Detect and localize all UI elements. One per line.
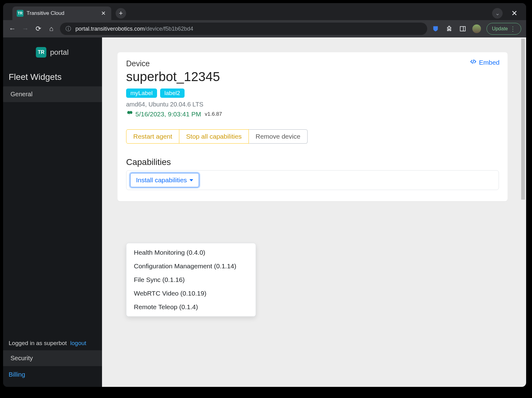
update-label: Update (492, 26, 508, 32)
url-host: portal.transitiverobotics.com (75, 26, 145, 32)
brand-name: portal (50, 48, 69, 57)
scrollbar[interactable] (521, 38, 526, 386)
dropdown-item[interactable]: Configuration Management (0.1.14) (126, 259, 256, 273)
embed-link[interactable]: Embed (470, 58, 500, 66)
reload-button[interactable]: ⟳ (34, 24, 43, 33)
embed-icon (470, 58, 476, 66)
tab-favicon: TR (17, 10, 23, 17)
device-version: v1.6.87 (205, 111, 222, 117)
install-capabilities-button[interactable]: Install capabilities (130, 173, 199, 187)
browser-window: TR Transitive Cloud ✕ + ⌄ ✕ ← → ⟳ ⌂ ⓘ po… (3, 3, 526, 387)
brand-logo-icon: TR (36, 47, 46, 58)
address-bar[interactable]: ⓘ portal.transitiverobotics.com/device/f… (60, 23, 427, 35)
new-tab-button[interactable]: + (116, 8, 126, 19)
sidebar-item-general[interactable]: General (3, 86, 102, 102)
heartbeat-time: 5/16/2023, 9:03:41 PM (135, 110, 201, 118)
device-tag[interactable]: label2 (160, 89, 185, 98)
device-card: Embed Device superbot_12345 myLabel labe… (117, 52, 508, 201)
device-system-info: amd64, Ubuntu 20.04.6 LTS (126, 101, 499, 108)
tab-search-icon[interactable]: ⌄ (492, 8, 503, 19)
forward-button: → (21, 24, 30, 33)
panel-icon[interactable] (459, 25, 467, 33)
content-area: Embed Device superbot_12345 myLabel labe… (102, 37, 526, 387)
caret-down-icon (189, 179, 193, 181)
device-name: superbot_12345 (126, 69, 499, 84)
update-button[interactable]: Update ⋮ (487, 23, 521, 35)
browser-tab[interactable]: TR Transitive Cloud ✕ (12, 6, 111, 20)
dropdown-item[interactable]: Remote Teleop (0.1.4) (126, 300, 256, 314)
restart-agent-button[interactable]: Restart agent (126, 129, 179, 144)
device-tag[interactable]: myLabel (126, 89, 157, 98)
bitwarden-icon[interactable] (432, 25, 440, 33)
login-prefix: Logged in as (9, 340, 44, 346)
sidebar-section-title: Fleet Widgets (3, 60, 102, 86)
browser-toolbar: ← → ⟳ ⌂ ⓘ portal.transitiverobotics.com/… (3, 20, 526, 37)
window-controls: ⌄ ✕ (492, 8, 522, 19)
dropdown-item[interactable]: File Sync (0.1.16) (126, 273, 256, 287)
site-info-icon[interactable]: ⓘ (66, 25, 71, 32)
brand[interactable]: TR portal (3, 44, 102, 60)
window-close-icon[interactable]: ✕ (511, 9, 517, 18)
device-tags: myLabel label2 (126, 89, 499, 98)
back-button[interactable]: ← (8, 24, 17, 33)
dropdown-item[interactable]: WebRTC Video (0.10.19) (126, 287, 256, 300)
app-viewport: TR portal Fleet Widgets General Logged i… (3, 37, 526, 387)
sidebar-footer: Logged in as superbot logout Security Bi… (3, 335, 102, 387)
sidebar-item-billing[interactable]: Billing (9, 370, 96, 378)
heartbeat-icon (126, 110, 133, 118)
browser-menu-icon[interactable]: ⋮ (510, 25, 516, 32)
remove-device-button[interactable]: Remove device (249, 129, 308, 144)
logout-link[interactable]: logout (70, 340, 86, 346)
login-user: superbot (44, 340, 67, 346)
capabilities-title: Capabilities (126, 157, 499, 167)
capabilities-box: Install capabilities (126, 170, 499, 190)
profile-avatar[interactable] (472, 24, 481, 33)
extensions-icon[interactable] (445, 25, 453, 33)
install-capabilities-dropdown: Health Monitoring (0.4.0) Configuration … (126, 243, 256, 317)
extension-icons: Update ⋮ (432, 23, 521, 35)
install-label: Install capabilities (136, 176, 187, 184)
stop-capabilities-button[interactable]: Stop all capabilities (179, 129, 249, 144)
embed-label: Embed (479, 59, 500, 66)
svg-rect-0 (460, 27, 466, 31)
tab-title: Transitive Cloud (27, 10, 99, 16)
dropdown-item[interactable]: Health Monitoring (0.4.0) (126, 246, 256, 259)
device-heartbeat: 5/16/2023, 9:03:41 PM v1.6.87 (126, 110, 499, 118)
sidebar: TR portal Fleet Widgets General Logged i… (3, 37, 102, 387)
device-actions: Restart agent Stop all capabilities Remo… (126, 129, 499, 144)
tab-strip: TR Transitive Cloud ✕ + ⌄ ✕ (3, 3, 526, 20)
login-status: Logged in as superbot logout (9, 340, 96, 347)
home-button[interactable]: ⌂ (47, 24, 56, 33)
sidebar-item-security[interactable]: Security (3, 350, 102, 366)
scrollbar-thumb[interactable] (521, 39, 525, 200)
device-label: Device (126, 59, 499, 68)
url-path: /device/f5b1b62bd4 (145, 26, 193, 32)
tab-close-icon[interactable]: ✕ (99, 10, 108, 17)
